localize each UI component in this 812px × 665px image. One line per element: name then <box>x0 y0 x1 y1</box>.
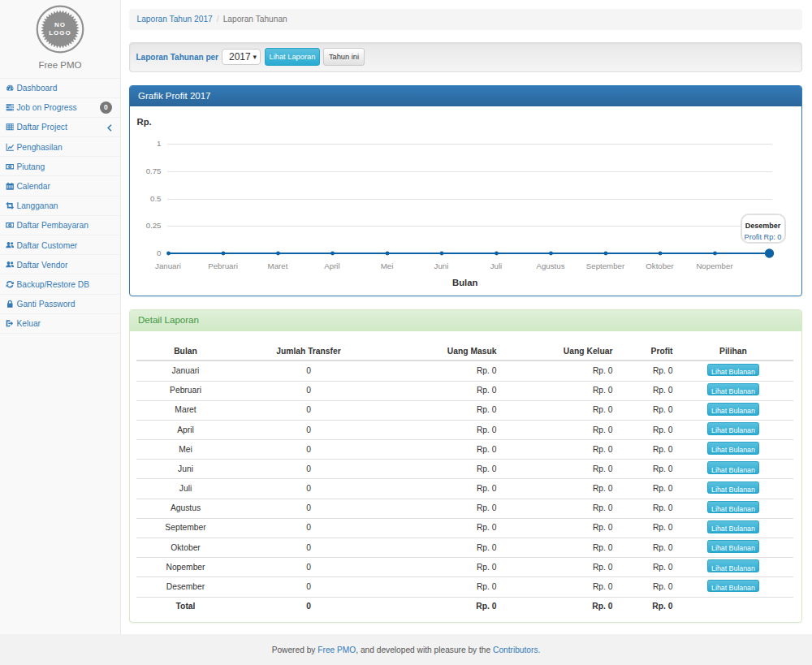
svg-text:LOGO: LOGO <box>49 29 71 37</box>
svg-text:NO: NO <box>54 21 66 28</box>
